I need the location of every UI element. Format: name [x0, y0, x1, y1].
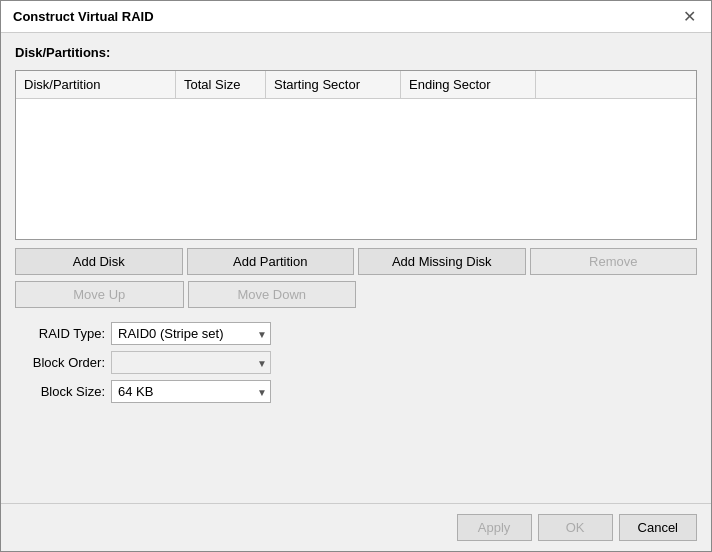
block-order-label: Block Order: [15, 355, 105, 370]
raid-type-label: RAID Type: [15, 326, 105, 341]
title-bar: Construct Virtual RAID ✕ [1, 1, 711, 33]
move-down-button[interactable]: Move Down [188, 281, 357, 308]
action-buttons-row2: Move Up Move Down [15, 281, 697, 308]
block-size-row: Block Size: 64 KB 128 KB 256 KB 512 KB 1… [15, 380, 697, 403]
disks-label: Disk/Partitions: [15, 45, 697, 60]
col-ending-sector: Ending Sector [401, 71, 536, 98]
form-section: RAID Type: RAID0 (Stripe set) RAID1 (Mir… [15, 322, 697, 403]
col-starting-sector: Starting Sector [266, 71, 401, 98]
dialog-title: Construct Virtual RAID [13, 9, 154, 24]
block-order-select[interactable] [111, 351, 271, 374]
block-size-label: Block Size: [15, 384, 105, 399]
cancel-button[interactable]: Cancel [619, 514, 697, 541]
add-missing-disk-button[interactable]: Add Missing Disk [358, 248, 526, 275]
disk-partition-table: Disk/Partition Total Size Starting Secto… [15, 70, 697, 240]
table-body [16, 99, 696, 229]
spacer [360, 281, 697, 308]
block-size-select[interactable]: 64 KB 128 KB 256 KB 512 KB 1 MB [111, 380, 271, 403]
add-disk-button[interactable]: Add Disk [15, 248, 183, 275]
dialog-body: Disk/Partitions: Disk/Partition Total Si… [1, 33, 711, 503]
remove-button[interactable]: Remove [530, 248, 698, 275]
raid-type-select-wrapper: RAID0 (Stripe set) RAID1 (Mirror) RAID5 … [111, 322, 271, 345]
close-button[interactable]: ✕ [679, 7, 699, 27]
dialog-footer: Apply OK Cancel [1, 503, 711, 551]
move-up-button[interactable]: Move Up [15, 281, 184, 308]
apply-button[interactable]: Apply [457, 514, 532, 541]
dialog-construct-virtual-raid: Construct Virtual RAID ✕ Disk/Partitions… [0, 0, 712, 552]
col-extra [536, 71, 696, 98]
raid-type-row: RAID Type: RAID0 (Stripe set) RAID1 (Mir… [15, 322, 697, 345]
table-header: Disk/Partition Total Size Starting Secto… [16, 71, 696, 99]
raid-type-select[interactable]: RAID0 (Stripe set) RAID1 (Mirror) RAID5 … [111, 322, 271, 345]
col-total-size: Total Size [176, 71, 266, 98]
add-partition-button[interactable]: Add Partition [187, 248, 355, 275]
block-order-select-wrapper: ▼ [111, 351, 271, 374]
col-disk-partition: Disk/Partition [16, 71, 176, 98]
action-buttons-row1: Add Disk Add Partition Add Missing Disk … [15, 248, 697, 275]
block-order-row: Block Order: ▼ [15, 351, 697, 374]
ok-button[interactable]: OK [538, 514, 613, 541]
block-size-select-wrapper: 64 KB 128 KB 256 KB 512 KB 1 MB ▼ [111, 380, 271, 403]
